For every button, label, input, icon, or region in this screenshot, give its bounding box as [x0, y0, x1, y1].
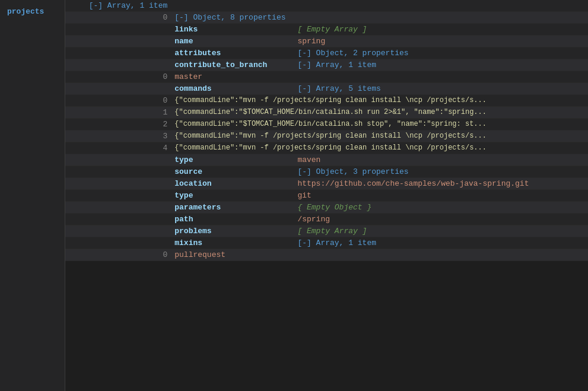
attributes-meta[interactable]: [-] Object, 2 properties [294, 47, 588, 59]
attributes-row: attributes [-] Object, 2 properties [65, 47, 588, 59]
source-location-key: location [171, 178, 294, 190]
cmd-4-value: {"commandLine":"mvn -f /projects/spring … [171, 142, 588, 154]
source-location-row: location https://github.com/che-samples/… [65, 178, 588, 190]
type-key: type [171, 154, 294, 166]
name-row: name spring [65, 36, 588, 47]
source-location-value: https://github.com/che-samples/web-java-… [294, 178, 588, 190]
source-parameters-row: parameters { Empty Object } [65, 202, 588, 214]
cmd-2-value: {"commandLine":"$TOMCAT_HOME/bin/catalin… [171, 119, 588, 131]
mixins-key: mixins [171, 237, 294, 249]
collapse-toggle[interactable]: [-] Array, 1 item [89, 1, 168, 10]
cmd-3-index: 3 [65, 131, 171, 142]
problems-key: problems [171, 225, 294, 237]
cmd-3-value: {"commandLine":"mvn -f /projects/spring … [171, 131, 588, 142]
contribute-index: 0 [65, 71, 171, 83]
contribute-row: contribute_to_branch [-] Array, 1 item [65, 59, 588, 71]
mixins-index: 0 [65, 249, 171, 261]
source-key: source [171, 166, 294, 178]
path-key: path [171, 214, 294, 225]
command-item-4: 4 {"commandLine":"mvn -f /projects/sprin… [65, 142, 588, 154]
sidebar-item-projects[interactable]: projects [0, 5, 65, 18]
path-row: path /spring [65, 214, 588, 225]
problems-value: [ Empty Array ] [294, 225, 588, 237]
cmd-0-value: {"commandLine":"mvn -f /projects/spring … [171, 95, 588, 107]
source-parameters-value: { Empty Object } [294, 202, 588, 214]
path-value: /spring [294, 214, 588, 225]
problems-row: problems [ Empty Array ] [65, 225, 588, 237]
cmd-4-index: 4 [65, 142, 171, 154]
links-value: [ Empty Array ] [294, 24, 588, 36]
links-row: links [ Empty Array ] [65, 24, 588, 36]
name-key: name [171, 36, 294, 47]
main-content: [-] Array, 1 item 0 [-] Object, 8 proper… [65, 0, 588, 391]
commands-key: commands [171, 83, 294, 95]
commands-row: commands [-] Array, 5 items [65, 83, 588, 95]
command-item-2: 2 {"commandLine":"$TOMCAT_HOME/bin/catal… [65, 119, 588, 131]
source-meta[interactable]: [-] Object, 3 properties [294, 166, 588, 178]
mixins-meta[interactable]: [-] Array, 1 item [294, 237, 588, 249]
attributes-key: attributes [171, 47, 294, 59]
name-value: spring [294, 36, 588, 47]
links-key: links [171, 24, 294, 36]
command-item-0: 0 {"commandLine":"mvn -f /projects/sprin… [65, 95, 588, 107]
mixins-item-0: 0 pullrequest [65, 249, 588, 261]
contribute-value: master [171, 71, 588, 83]
source-type-key: type [171, 190, 294, 202]
contribute-item-0: 0 master [65, 71, 588, 83]
source-type-value: git [294, 190, 588, 202]
object-meta[interactable]: [-] Object, 8 properties [174, 13, 285, 22]
cmd-1-index: 1 [65, 107, 171, 119]
source-parameters-key: parameters [171, 202, 294, 214]
cmd-2-index: 2 [65, 119, 171, 131]
contribute-key: contribute_to_branch [171, 59, 294, 71]
source-row: source [-] Object, 3 properties [65, 166, 588, 178]
source-type-row: type git [65, 190, 588, 202]
command-item-1: 1 {"commandLine":"$TOMCAT_HOME/bin/catal… [65, 107, 588, 119]
object-index: 0 [65, 12, 171, 24]
mixins-value: pullrequest [171, 249, 588, 261]
commands-meta[interactable]: [-] Array, 5 items [294, 83, 588, 95]
cmd-0-index: 0 [65, 95, 171, 107]
object-row-0: 0 [-] Object, 8 properties [65, 12, 588, 24]
mixins-row: mixins [-] Array, 1 item [65, 237, 588, 249]
contribute-meta[interactable]: [-] Array, 1 item [294, 59, 588, 71]
type-row: type maven [65, 154, 588, 166]
type-value: maven [294, 154, 588, 166]
root-array-row: [-] Array, 1 item [65, 0, 588, 12]
command-item-3: 3 {"commandLine":"mvn -f /projects/sprin… [65, 131, 588, 142]
cmd-1-value: {"commandLine":"$TOMCAT_HOME/bin/catalin… [171, 107, 588, 119]
json-tree: [-] Array, 1 item 0 [-] Object, 8 proper… [65, 0, 588, 261]
root-toggle[interactable]: [-] Array, 1 item [65, 0, 171, 12]
